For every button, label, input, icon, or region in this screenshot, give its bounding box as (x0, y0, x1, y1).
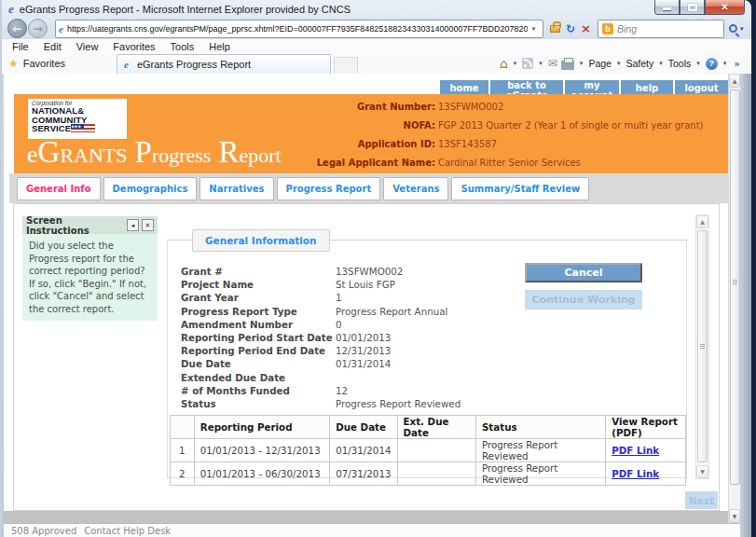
row-number: 2 (171, 462, 195, 486)
overflow-chevron-icon[interactable]: » (734, 58, 740, 70)
feeds-icon[interactable] (522, 58, 533, 69)
help-button[interactable]: ? (706, 58, 718, 70)
field-value: 12/31/2013 (336, 345, 391, 356)
field-row: Amendment Number0 (181, 318, 460, 331)
close-instructions-button[interactable]: ✕ (142, 219, 154, 231)
browser-scrollbar[interactable]: ▲ ▼ (728, 74, 740, 523)
field-row: StatusProgress Report Reviewed (181, 397, 460, 410)
menu-favorites[interactable]: Favorites (105, 41, 162, 52)
caption-buttons: ✕ (654, 0, 745, 15)
cell-reporting-period: 01/01/2013 - 12/31/2013 (194, 439, 329, 462)
header-reporting-period: Reporting Period (194, 416, 329, 439)
menu-file[interactable]: File (5, 41, 36, 52)
scroll-up-button[interactable]: ▲ (729, 74, 740, 88)
menu-view[interactable]: View (69, 41, 106, 52)
field-label: Due Date (181, 358, 336, 369)
tab-summary-staff-review[interactable]: Summary/Staff Review (451, 177, 589, 200)
field-value: 01/31/2014 (336, 358, 391, 369)
cell-status: Progress Report Reviewed (475, 462, 605, 486)
cancel-button[interactable]: Cancel (525, 263, 642, 282)
general-information-fieldset: General Information Grant #13SFWMO002 Pr… (167, 240, 687, 478)
application-id-row: Application ID: 13SF143587 (310, 134, 703, 153)
tab-narratives[interactable]: Narratives (199, 177, 273, 200)
header-status: Status (475, 416, 605, 439)
search-icon[interactable] (729, 24, 737, 33)
home-dropdown-icon[interactable]: ▾ (514, 60, 517, 67)
favorites-label: Favorites (23, 58, 65, 69)
back-button[interactable]: ← (7, 19, 27, 38)
search-dropdown-icon[interactable]: ▾ (740, 25, 744, 33)
status-link-contact-help-desk[interactable]: Contact Help Desk (84, 526, 171, 536)
tab-veterans[interactable]: Veterans (383, 177, 448, 200)
print-dropdown-icon[interactable]: ▾ (580, 60, 584, 67)
maximize-button[interactable] (680, 0, 705, 15)
forward-button[interactable]: → (28, 19, 48, 38)
command-page[interactable]: Page (588, 58, 612, 69)
cell-due-date: 07/31/2013 (330, 462, 397, 486)
search-box[interactable]: b Bing (598, 20, 724, 38)
feeds-dropdown-icon[interactable]: ▾ (539, 60, 543, 67)
page-bottom-band (4, 511, 728, 523)
continue-working-button[interactable]: Continue Working (525, 290, 642, 310)
logo-line-service: SERVICE (32, 124, 123, 133)
address-bar[interactable]: e https://uategrants.cns.gov/egrantsPM/p… (55, 20, 543, 38)
field-value: Progress Report Reviewed (336, 398, 460, 409)
field-label: Extended Due Date (181, 372, 336, 383)
header-ext-due-date: Ext. Due Date (397, 416, 475, 439)
nav-back-to-egrants-button[interactable]: back to eGrants (490, 80, 563, 95)
favorites-button[interactable]: ★ Favorites (8, 57, 65, 70)
page-dropdown-icon: ▾ (617, 60, 621, 67)
address-row: ← → e https://uategrants.cns.gov/egrants… (2, 18, 751, 39)
panel-scroll-down-button[interactable]: ▼ (696, 465, 708, 478)
tab-demographics[interactable]: Demographics (103, 177, 198, 200)
menu-edit[interactable]: Edit (36, 41, 69, 52)
nav-help-button[interactable]: help (621, 80, 673, 95)
close-button[interactable]: ✕ (705, 0, 745, 15)
favorites-bar: ★ Favorites e eGrants Progress Report ⌂ … (2, 53, 751, 74)
pdf-link[interactable]: PDF Link (612, 445, 659, 456)
tab-general-info[interactable]: General Info (17, 177, 101, 200)
nofa-row: NOFA: FGP 2013 Quarter 2 (Year 1 of sing… (310, 116, 703, 134)
menu-tools[interactable]: Tools (163, 41, 202, 52)
scroll-down-button[interactable]: ▼ (729, 509, 740, 523)
star-icon: ★ (8, 57, 19, 70)
nav-logout-button[interactable]: logout (675, 80, 728, 95)
refresh-button[interactable]: ↻ (566, 22, 575, 35)
maximize-icon (688, 4, 697, 11)
instructions-text: Did you select the Progress report for t… (22, 234, 158, 321)
menu-help[interactable]: Help (201, 41, 238, 52)
table-row: 1 01/01/2013 - 12/31/2013 01/31/2014 Pro… (171, 439, 686, 462)
home-icon[interactable]: ⌂ (500, 56, 508, 71)
instructions-title: Screen Instructions (26, 215, 124, 236)
cell-ext-due-date (397, 439, 475, 462)
banner: Corporation for NATIONAL& COMMUNITY SERV… (14, 94, 728, 173)
scroll-thumb[interactable] (730, 90, 740, 485)
mail-icon[interactable]: ✉ (548, 57, 557, 70)
address-dropdown-icon[interactable]: ▾ (528, 25, 540, 33)
stop-button[interactable]: × (581, 21, 591, 35)
tab-progress-report[interactable]: Progress Report (277, 177, 381, 200)
panel-scroll-thumb[interactable] (697, 230, 708, 462)
title-bar[interactable]: e eGrants Progress Report - Microsoft In… (2, 0, 751, 18)
status-link-508[interactable]: 508 Approved (11, 526, 76, 536)
new-tab-stub[interactable] (334, 57, 358, 74)
field-label: Reporting Period Start Date (181, 332, 336, 343)
nav-my-account-button[interactable]: my account (565, 80, 619, 95)
panel-scrollbar[interactable]: ▲ ▼ (695, 214, 709, 479)
page-tab[interactable]: e eGrants Progress Report (117, 54, 331, 74)
pdf-link[interactable]: PDF Link (612, 468, 659, 479)
field-value: 1 (336, 292, 342, 303)
command-safety[interactable]: Safety (625, 58, 653, 69)
command-tools[interactable]: Tools (668, 58, 692, 69)
minimize-button[interactable] (654, 0, 680, 15)
field-label: Grant # (181, 266, 336, 277)
flag-icon (71, 124, 95, 132)
table-row: 2 01/01/2013 - 06/30/2013 07/31/2013 Pro… (171, 462, 686, 486)
help-dropdown-icon: ▾ (723, 60, 727, 67)
field-row: Project NameSt Louis FGP (181, 278, 460, 291)
collapse-instructions-button[interactable]: ◂ (127, 219, 139, 231)
print-icon[interactable] (561, 61, 574, 70)
panel-scroll-up-button[interactable]: ▲ (696, 215, 708, 228)
nav-home-button[interactable]: home (440, 80, 488, 95)
next-button[interactable]: Next (685, 491, 718, 509)
